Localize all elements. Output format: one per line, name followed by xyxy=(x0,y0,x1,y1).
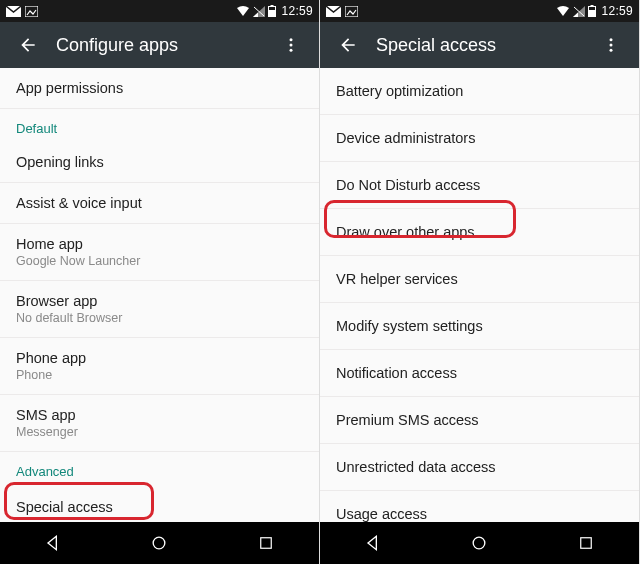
signal-icon xyxy=(253,6,265,17)
nav-back-button[interactable] xyxy=(23,522,83,564)
item-label: Assist & voice input xyxy=(16,195,303,211)
list-item-app-permissions[interactable]: App permissions xyxy=(0,68,319,109)
list-item-assist-voice[interactable]: Assist & voice input xyxy=(0,183,319,224)
list-item-draw-over-apps[interactable]: Draw over other apps xyxy=(320,209,639,256)
nav-back-button[interactable] xyxy=(343,522,403,564)
svg-point-17 xyxy=(610,38,613,41)
back-button[interactable] xyxy=(8,25,48,65)
item-label: Device administrators xyxy=(336,130,623,146)
image-icon xyxy=(25,6,38,17)
app-bar: Special access xyxy=(320,22,639,68)
phone-right: 12:59 Special access Battery optimizatio… xyxy=(320,0,640,564)
item-label: Special access xyxy=(16,499,303,515)
svg-point-6 xyxy=(290,38,293,41)
wifi-icon xyxy=(556,6,570,17)
list-item-sms-app[interactable]: SMS app Messenger xyxy=(0,395,319,452)
svg-point-8 xyxy=(290,49,293,52)
nav-recents-button[interactable] xyxy=(556,522,616,564)
nav-bar xyxy=(0,522,319,564)
item-sub: No default Browser xyxy=(16,311,303,325)
list-item-device-administrators[interactable]: Device administrators xyxy=(320,115,639,162)
nav-recents-button[interactable] xyxy=(236,522,296,564)
item-label: Home app xyxy=(16,236,303,252)
app-bar: Configure apps xyxy=(0,22,319,68)
section-header-advanced: Advanced xyxy=(0,452,319,485)
list-item-usage-access[interactable]: Usage access xyxy=(320,491,639,522)
svg-point-19 xyxy=(610,49,613,52)
item-label: Unrestricted data access xyxy=(336,459,623,475)
svg-rect-12 xyxy=(345,6,358,17)
overflow-menu-button[interactable] xyxy=(591,25,631,65)
svg-point-7 xyxy=(290,44,293,47)
item-label: VR helper services xyxy=(336,271,623,287)
item-label: Opening links xyxy=(16,154,303,170)
svg-point-9 xyxy=(154,537,166,549)
item-sub: Phone xyxy=(16,368,303,382)
settings-list: Battery optimization Device administrato… xyxy=(320,68,639,522)
battery-icon xyxy=(268,5,276,17)
list-item-vr-helper[interactable]: VR helper services xyxy=(320,256,639,303)
item-label: App permissions xyxy=(16,80,303,96)
svg-point-20 xyxy=(474,537,486,549)
item-label: Do Not Disturb access xyxy=(336,177,623,193)
gmail-icon xyxy=(326,6,341,17)
status-bar: 12:59 xyxy=(0,0,319,22)
svg-rect-21 xyxy=(581,538,592,549)
phone-left: 12:59 Configure apps App permissions Def… xyxy=(0,0,320,564)
svg-rect-5 xyxy=(269,10,276,17)
item-label: Phone app xyxy=(16,350,303,366)
nav-home-button[interactable] xyxy=(449,522,509,564)
app-bar-title: Special access xyxy=(376,35,591,56)
app-bar-title: Configure apps xyxy=(56,35,271,56)
status-clock: 12:59 xyxy=(601,4,633,18)
item-label: Premium SMS access xyxy=(336,412,623,428)
status-bar: 12:59 xyxy=(320,0,639,22)
list-item-phone-app[interactable]: Phone app Phone xyxy=(0,338,319,395)
list-item-special-access[interactable]: Special access xyxy=(0,485,319,522)
section-header-default: Default xyxy=(0,109,319,142)
list-item-battery-optimization[interactable]: Battery optimization xyxy=(320,68,639,115)
list-item-modify-settings[interactable]: Modify system settings xyxy=(320,303,639,350)
svg-point-18 xyxy=(610,44,613,47)
item-label: Usage access xyxy=(336,506,623,522)
item-label: Draw over other apps xyxy=(336,224,623,240)
settings-list: App permissions Default Opening links As… xyxy=(0,68,319,522)
item-label: Battery optimization xyxy=(336,83,623,99)
status-clock: 12:59 xyxy=(281,4,313,18)
list-item-dnd-access[interactable]: Do Not Disturb access xyxy=(320,162,639,209)
item-sub: Google Now Launcher xyxy=(16,254,303,268)
list-item-browser-app[interactable]: Browser app No default Browser xyxy=(0,281,319,338)
back-button[interactable] xyxy=(328,25,368,65)
nav-bar xyxy=(320,522,639,564)
item-label: Modify system settings xyxy=(336,318,623,334)
item-label: SMS app xyxy=(16,407,303,423)
list-item-unrestricted-data[interactable]: Unrestricted data access xyxy=(320,444,639,491)
gmail-icon xyxy=(6,6,21,17)
item-label: Browser app xyxy=(16,293,303,309)
image-icon xyxy=(345,6,358,17)
wifi-icon xyxy=(236,6,250,17)
list-item-home-app[interactable]: Home app Google Now Launcher xyxy=(0,224,319,281)
list-item-notification-access[interactable]: Notification access xyxy=(320,350,639,397)
overflow-menu-button[interactable] xyxy=(271,25,311,65)
nav-home-button[interactable] xyxy=(129,522,189,564)
item-sub: Messenger xyxy=(16,425,303,439)
svg-rect-16 xyxy=(589,10,596,17)
svg-rect-1 xyxy=(25,6,38,17)
svg-rect-10 xyxy=(261,538,272,549)
list-item-premium-sms[interactable]: Premium SMS access xyxy=(320,397,639,444)
item-label: Notification access xyxy=(336,365,623,381)
battery-icon xyxy=(588,5,596,17)
signal-icon xyxy=(573,6,585,17)
list-item-opening-links[interactable]: Opening links xyxy=(0,142,319,183)
